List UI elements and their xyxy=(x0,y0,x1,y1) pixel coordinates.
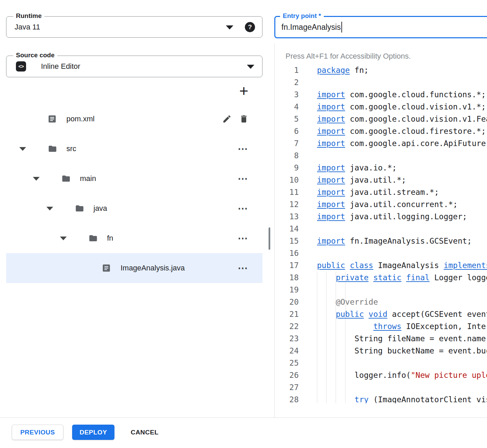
code-line: 28 try (ImageAnnotatorClient vision = Im… xyxy=(275,393,487,403)
expand-arrow-icon[interactable] xyxy=(60,237,67,240)
code-lines: 1package fn;23import com.google.cloud.fu… xyxy=(275,64,487,403)
code-line: 22 throws IOException, InterruptedExcept… xyxy=(275,320,487,332)
edit-icon[interactable] xyxy=(222,114,232,124)
folder-name: src xyxy=(66,144,76,153)
line-number: 25 xyxy=(275,359,299,367)
code-line: 2 xyxy=(275,76,487,88)
chevron-down-icon[interactable] xyxy=(226,25,233,29)
text-cursor xyxy=(341,22,342,33)
code-line: 14 xyxy=(275,223,487,235)
line-number: 28 xyxy=(275,395,299,403)
line-number: 13 xyxy=(275,212,299,221)
deploy-function-page: { "form": { "runtime": { "label": "Runti… xyxy=(0,0,487,448)
line-number: 6 xyxy=(275,127,299,136)
code-line: 26 logger.info("New picture uploaded " +… xyxy=(275,369,487,381)
line-number: 16 xyxy=(275,249,299,258)
file-icon xyxy=(47,114,57,124)
code-line: 20 @Override xyxy=(275,296,487,308)
line-number: 18 xyxy=(275,273,299,282)
line-number: 12 xyxy=(275,200,299,209)
folder-name: java xyxy=(93,204,107,213)
code-line: 4import com.google.cloud.vision.v1.*; xyxy=(275,101,487,113)
help-icon[interactable]: ? xyxy=(245,22,255,32)
entry-point-field[interactable]: Entry point * fn.ImageAnalysis xyxy=(274,16,487,38)
line-number: 3 xyxy=(275,90,299,99)
line-number: 1 xyxy=(275,66,299,75)
line-number: 11 xyxy=(275,188,299,197)
folder-icon xyxy=(88,234,98,243)
line-number: 21 xyxy=(275,310,299,319)
deploy-button[interactable]: DEPLOY xyxy=(72,425,114,440)
line-number: 14 xyxy=(275,224,299,233)
more-options-icon[interactable]: ⋯ xyxy=(238,233,248,243)
expand-arrow-icon[interactable] xyxy=(33,177,40,181)
folder-icon xyxy=(61,174,71,183)
line-number: 4 xyxy=(275,102,299,111)
code-line: 5import com.google.cloud.vision.v1.Featu… xyxy=(275,113,487,125)
code-line: 1package fn; xyxy=(275,64,487,76)
line-number: 23 xyxy=(275,334,299,343)
line-number: 19 xyxy=(275,285,299,294)
code-line: 13import java.util.logging.Logger; xyxy=(275,210,487,223)
code-line: 15import fn.ImageAnalysis.GCSEvent; xyxy=(275,235,487,247)
source-code-label: Source code xyxy=(13,51,57,59)
line-number: 22 xyxy=(275,322,299,331)
code-line: 11import java.util.stream.*; xyxy=(275,186,487,198)
line-number: 7 xyxy=(275,139,299,148)
folder-icon xyxy=(75,204,85,213)
code-line: 6import com.google.cloud.firestore.*; xyxy=(275,125,487,137)
line-number: 2 xyxy=(275,78,299,87)
scrollbar-thumb[interactable] xyxy=(269,227,270,250)
file-name: pom.xml xyxy=(66,115,94,123)
code-icon: <> xyxy=(16,61,26,72)
folder-name: fn xyxy=(107,234,113,243)
folder-name: main xyxy=(80,174,96,183)
code-editor[interactable]: 1package fn;23import com.google.cloud.fu… xyxy=(275,64,487,403)
line-number: 15 xyxy=(275,237,299,245)
tree-row-java[interactable]: java ⋯ xyxy=(6,194,262,223)
file-name: ImageAnalysis.java xyxy=(121,264,185,272)
expand-arrow-icon[interactable] xyxy=(19,147,26,151)
code-line: 7import com.google.api.core.ApiFuture; xyxy=(275,137,487,149)
code-line: 27 xyxy=(275,381,487,393)
line-number: 26 xyxy=(275,371,299,380)
code-line: 24 String bucketName = event.bucket; xyxy=(275,345,487,357)
line-number: 9 xyxy=(275,163,299,172)
code-line: 21 public void accept(GCSEvent event, Co… xyxy=(275,308,487,320)
code-line: 9import java.io.*; xyxy=(275,162,487,174)
line-number: 24 xyxy=(275,346,299,355)
tree-row-fn[interactable]: fn ⋯ xyxy=(6,223,262,253)
code-line: 10import java.util.*; xyxy=(275,174,487,186)
line-number: 10 xyxy=(275,176,299,184)
line-number: 27 xyxy=(275,383,299,392)
more-options-icon[interactable]: ⋯ xyxy=(238,203,248,213)
line-number: 5 xyxy=(275,115,299,123)
entry-point-input[interactable]: fn.ImageAnalysis xyxy=(281,23,341,32)
source-code-select[interactable]: Source code <> Inline Editor xyxy=(6,56,262,77)
tree-row-src[interactable]: src ⋯ xyxy=(6,134,262,164)
footer-divider xyxy=(0,418,487,418)
add-file-button[interactable]: + xyxy=(236,83,252,99)
code-line: 12import java.util.concurrent.*; xyxy=(275,198,487,210)
more-options-icon[interactable]: ⋯ xyxy=(238,263,248,273)
accessibility-hint: Press Alt+F1 for Accessibility Options. xyxy=(285,52,411,61)
chevron-down-icon[interactable] xyxy=(247,65,254,69)
tree-row-pom-xml[interactable]: pom.xml xyxy=(6,104,262,134)
more-options-icon[interactable]: ⋯ xyxy=(238,144,248,154)
runtime-label: Runtime xyxy=(13,12,44,20)
runtime-select[interactable]: Runtime Java 11 ? xyxy=(6,16,262,38)
code-line: 8 xyxy=(275,149,487,162)
expand-arrow-icon[interactable] xyxy=(46,207,53,210)
delete-icon[interactable] xyxy=(239,114,249,124)
previous-button[interactable]: PREVIOUS xyxy=(12,425,63,440)
more-options-icon[interactable]: ⋯ xyxy=(238,174,248,184)
source-code-value: Inline Editor xyxy=(41,62,80,71)
tree-row-imageanalysis-java[interactable]: ImageAnalysis.java ⋯ xyxy=(6,253,262,283)
cancel-button[interactable]: CANCEL xyxy=(123,425,167,440)
code-line: 17public class ImageAnalysis implements … xyxy=(275,259,487,271)
line-number: 17 xyxy=(275,261,299,270)
line-number: 20 xyxy=(275,298,299,306)
tree-row-main[interactable]: main ⋯ xyxy=(6,164,262,194)
code-line: 18 private static final Logger logger = … xyxy=(275,271,487,284)
code-line: 25 xyxy=(275,357,487,369)
